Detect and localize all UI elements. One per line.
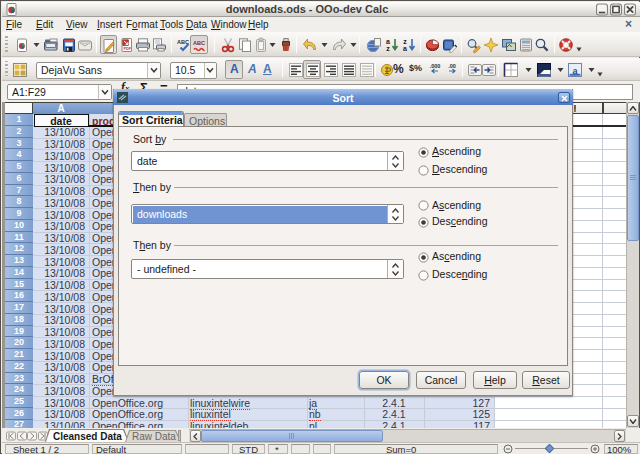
svg-text:PDF: PDF xyxy=(123,47,131,51)
svg-text:ABC: ABC xyxy=(193,40,205,46)
svg-text:.000: .000 xyxy=(430,63,441,69)
svg-text:z: z xyxy=(403,38,407,45)
svg-text:z: z xyxy=(386,45,390,52)
svg-text:.00: .00 xyxy=(448,63,456,69)
svg-text:a: a xyxy=(403,45,407,52)
svg-text:a: a xyxy=(386,38,390,45)
